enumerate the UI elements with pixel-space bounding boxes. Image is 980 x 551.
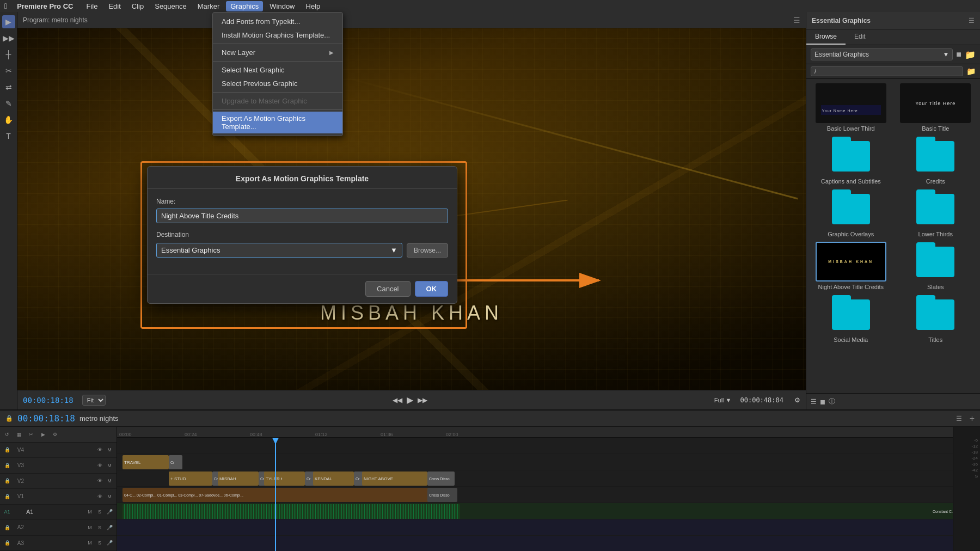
- cancel-button[interactable]: Cancel: [365, 281, 410, 297]
- menu-new-layer[interactable]: New Layer ▶: [213, 46, 342, 59]
- clip-cr1[interactable]: Cr: [169, 455, 182, 469]
- eg-menu-icon[interactable]: ☰: [969, 17, 975, 25]
- menu-select-next[interactable]: Select Next Graphic: [213, 63, 342, 77]
- target-a1[interactable]: A1: [3, 508, 11, 516]
- pen-tool[interactable]: ✎: [2, 97, 15, 110]
- add-track-btn[interactable]: +: [970, 414, 975, 424]
- visibility-v4[interactable]: 👁: [96, 446, 103, 454]
- clip-v1-main[interactable]: 04-C... 02-Compl... 01-Compl... 03-Compl…: [122, 488, 455, 502]
- sync-icon[interactable]: ↺: [3, 431, 11, 438]
- eg-path-input[interactable]: [811, 66, 963, 76]
- eg-folder-icon[interactable]: 📁: [965, 50, 976, 60]
- ripple-tool[interactable]: ┼: [2, 48, 15, 61]
- mute-v3[interactable]: M: [106, 462, 113, 469]
- template-titles[interactable]: Titles: [896, 295, 976, 343]
- lock-v2[interactable]: 🔒: [3, 477, 11, 485]
- full-quality[interactable]: Full ▼: [714, 397, 732, 403]
- template-slates[interactable]: Slates: [896, 242, 976, 290]
- app-name[interactable]: Premiere Pro CC: [13, 1, 77, 11]
- menu-edit[interactable]: Edit: [104, 1, 125, 11]
- lock-a3[interactable]: 🔒: [3, 539, 11, 547]
- timeline-menu-icon[interactable]: ☰: [956, 415, 962, 423]
- razor-tl-icon[interactable]: ✂: [27, 431, 35, 438]
- snap-icon[interactable]: ▦: [15, 431, 23, 438]
- menu-graphics[interactable]: Graphics: [226, 1, 263, 11]
- menu-file[interactable]: File: [82, 1, 102, 11]
- export-dialog[interactable]: Export As Motion Graphics Template Name:…: [147, 166, 457, 304]
- eg-info-icon[interactable]: ⓘ: [829, 397, 835, 406]
- eg-search-icon[interactable]: ■: [956, 50, 961, 59]
- solo-a1[interactable]: S: [96, 508, 103, 516]
- eg-path-icon[interactable]: 📁: [966, 67, 976, 76]
- razor-tool[interactable]: ✂: [2, 64, 15, 77]
- clip-stud[interactable]: + STUD: [169, 472, 212, 486]
- eg-edit-tab[interactable]: Edit: [846, 29, 874, 45]
- visibility-v3[interactable]: 👁: [96, 462, 103, 469]
- clip-a1-main[interactable]: [122, 504, 460, 519]
- menu-select-prev[interactable]: Select Previous Graphic: [213, 77, 342, 90]
- template-night-above[interactable]: MISBAH KHAN Night Above Title Credits: [811, 242, 891, 290]
- mic-a3[interactable]: 🎤: [106, 539, 113, 547]
- menu-window[interactable]: Window: [265, 1, 299, 11]
- template-basic-lower-third[interactable]: Your Name Here Basic Lower Third: [811, 83, 891, 132]
- template-credits[interactable]: Credits: [896, 136, 976, 185]
- clip-cr6[interactable]: Cross Disso: [427, 472, 455, 486]
- menu-export[interactable]: Export As Motion Graphics Template...: [213, 112, 342, 133]
- selection-tool[interactable]: ▶: [2, 15, 15, 28]
- browse-button[interactable]: Browse...: [407, 243, 448, 258]
- current-timecode[interactable]: 00:00:18:18: [23, 396, 74, 405]
- eg-list-view-icon[interactable]: ☰: [811, 398, 817, 406]
- mute-a2[interactable]: M: [86, 524, 94, 531]
- clip-travel[interactable]: TRAVEL: [122, 455, 169, 469]
- lock-a2[interactable]: 🔒: [3, 524, 11, 531]
- eg-browse-tab[interactable]: Browse: [806, 29, 846, 45]
- destination-select[interactable]: Essential Graphics ▼: [156, 243, 402, 258]
- lock-v3[interactable]: 🔒: [3, 462, 11, 469]
- menu-help[interactable]: Help: [302, 1, 325, 11]
- menu-marker[interactable]: Marker: [193, 1, 224, 11]
- ok-button[interactable]: OK: [415, 281, 449, 297]
- template-captions[interactable]: Captions and Subtitles: [811, 136, 891, 185]
- hand-tool[interactable]: ✋: [2, 113, 15, 126]
- mute-v2[interactable]: M: [106, 477, 113, 485]
- end-timecode[interactable]: 00:00:48:04: [740, 396, 783, 404]
- visibility-v2[interactable]: 👁: [96, 477, 103, 485]
- clip-tyler[interactable]: TYLER t: [264, 472, 305, 486]
- mute-a1[interactable]: M: [86, 508, 94, 516]
- settings-tl-icon[interactable]: ⚙: [51, 431, 59, 438]
- eg-grid-view-icon[interactable]: ◼: [820, 398, 825, 406]
- mute-a3[interactable]: M: [86, 539, 94, 547]
- clip-kendal[interactable]: KENDAL: [313, 472, 354, 486]
- visibility-v1[interactable]: 👁: [96, 493, 103, 500]
- mic-a1[interactable]: 🎤: [106, 508, 113, 516]
- mute-icon[interactable]: ▶: [39, 431, 47, 438]
- step-back-btn[interactable]: ◀◀: [393, 396, 402, 404]
- settings-icon[interactable]: ⚙: [794, 396, 800, 404]
- clip-misbah[interactable]: MISBAH: [218, 472, 259, 486]
- menu-install-template[interactable]: Install Motion Graphics Template...: [213, 28, 342, 42]
- dialog-name-input[interactable]: [156, 209, 448, 223]
- template-graphic-overlays[interactable]: Graphic Overlays: [811, 189, 891, 237]
- track-select-tool[interactable]: ▶▶: [2, 32, 15, 45]
- lock-v1[interactable]: 🔒: [3, 493, 11, 500]
- solo-a3[interactable]: S: [96, 539, 103, 547]
- play-btn[interactable]: ▶: [407, 395, 413, 405]
- step-fwd-btn[interactable]: ▶▶: [418, 396, 427, 404]
- mute-v4[interactable]: M: [106, 446, 113, 454]
- mic-a2[interactable]: 🎤: [106, 524, 113, 531]
- menu-clip[interactable]: Clip: [127, 1, 148, 11]
- template-social-media[interactable]: Social Media: [811, 295, 891, 343]
- type-tool[interactable]: T: [2, 130, 15, 143]
- slip-tool[interactable]: ⇄: [2, 81, 15, 94]
- eg-source-dropdown[interactable]: Essential Graphics ▼: [811, 48, 953, 60]
- template-basic-title[interactable]: Your Title Here Basic Title: [896, 83, 976, 132]
- menu-add-fonts[interactable]: Add Fonts from Typekit...: [213, 15, 342, 28]
- clip-v1-cross[interactable]: Cross Disso: [427, 488, 457, 502]
- menu-sequence[interactable]: Sequence: [150, 1, 191, 11]
- fit-select[interactable]: Fit: [82, 395, 106, 406]
- lock-v4[interactable]: 🔒: [3, 446, 11, 454]
- solo-a2[interactable]: S: [96, 524, 103, 531]
- mute-v1[interactable]: M: [106, 493, 113, 500]
- template-lower-thirds[interactable]: Lower Thirds: [896, 189, 976, 237]
- clip-night-above[interactable]: NIGHT ABOVE: [362, 472, 427, 486]
